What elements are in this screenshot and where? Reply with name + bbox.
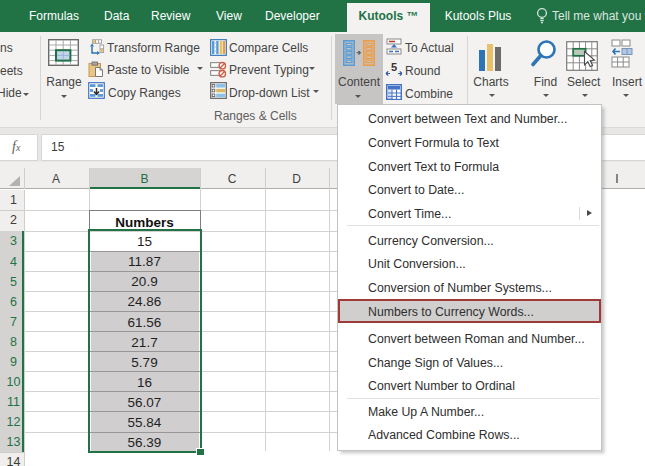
svg-text:5: 5: [391, 61, 397, 73]
